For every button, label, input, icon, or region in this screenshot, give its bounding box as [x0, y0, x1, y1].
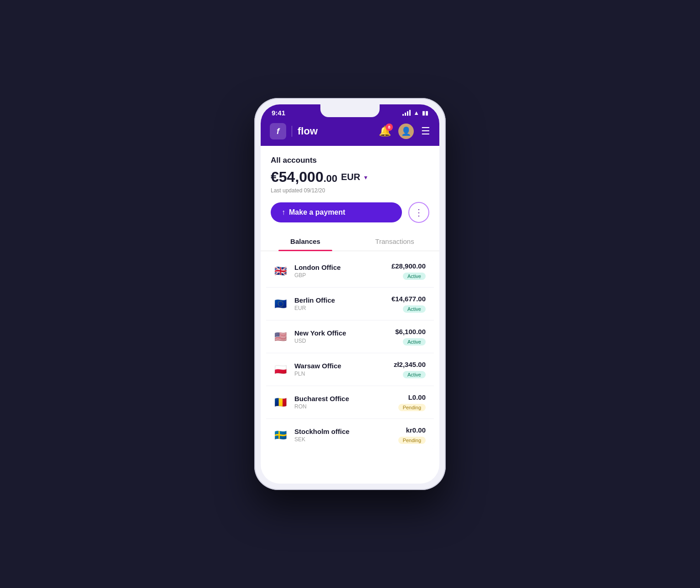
phone-notch	[320, 104, 380, 117]
logo-letter: f	[277, 127, 279, 136]
avatar-image: 👤	[401, 126, 411, 136]
account-currency-stockholm: SEK	[294, 436, 398, 443]
status-badge-newyork: Active	[403, 338, 426, 346]
tabs: Balances Transactions	[261, 232, 439, 251]
dots-icon: ⋮	[414, 207, 423, 218]
signal-icon	[402, 110, 411, 116]
app-logo: f	[270, 123, 286, 139]
account-currency-warsaw: PLN	[294, 371, 394, 377]
flag-pl: 🇵🇱	[274, 365, 289, 375]
header-divider	[292, 126, 292, 137]
account-name-newyork: New York Office	[294, 329, 395, 337]
account-right-bucharest: L0.00 Pending	[398, 393, 426, 411]
arrow-up-icon: ↑	[282, 208, 285, 217]
status-badge-london: Active	[403, 273, 426, 280]
account-balance-newyork: $6,100.00	[395, 328, 426, 335]
flag-ro: 🇷🇴	[274, 397, 289, 407]
account-currency-newyork: USD	[294, 338, 395, 344]
status-icons: ▲ ▮▮	[402, 109, 428, 116]
notification-button[interactable]: 🔔 8	[379, 125, 391, 137]
account-info-warsaw: Warsaw Office PLN	[294, 362, 394, 377]
account-section: All accounts €54,000.00 EUR ▾ Last updat…	[261, 146, 439, 223]
status-badge-berlin: Active	[403, 305, 426, 313]
make-payment-button[interactable]: ↑ Make a payment	[271, 202, 402, 222]
actions-row: ↑ Make a payment ⋮	[271, 202, 429, 223]
account-name-stockholm: Stockholm office	[294, 428, 398, 435]
status-badge-bucharest: Pending	[398, 404, 426, 411]
account-balance-berlin: €14,677.00	[391, 295, 426, 303]
main-content: All accounts €54,000.00 EUR ▾ Last updat…	[261, 146, 439, 484]
account-currency-london: GBP	[294, 272, 391, 279]
flag-uk: 🇬🇧	[274, 266, 289, 276]
currency-dropdown[interactable]: ▾	[364, 174, 367, 181]
account-name-bucharest: Bucharest Office	[294, 395, 398, 402]
balance-row: €54,000.00 EUR ▾	[271, 169, 429, 186]
balance-amount: €54,000.00	[271, 169, 337, 186]
phone-frame: 9:41 ▲ ▮▮ f flow 🔔 8	[254, 98, 446, 490]
phone-screen: 9:41 ▲ ▮▮ f flow 🔔 8	[261, 104, 439, 484]
flag-us: 🇺🇸	[274, 332, 289, 342]
wifi-icon: ▲	[413, 109, 419, 116]
account-info-newyork: New York Office USD	[294, 329, 395, 344]
account-balance-stockholm: kr0.00	[398, 426, 426, 434]
account-right-london: £28,900.00 Active	[391, 262, 426, 280]
account-item-bucharest[interactable]: 🇷🇴 Bucharest Office RON L0.00 Pending	[266, 386, 434, 419]
account-right-stockholm: kr0.00 Pending	[398, 426, 426, 444]
account-item-stockholm[interactable]: 🇸🇪 Stockholm office SEK kr0.00 Pending	[266, 419, 434, 451]
account-balance-bucharest: L0.00	[398, 393, 426, 401]
account-info-london: London Office GBP	[294, 263, 391, 279]
account-right-warsaw: zł2,345.00 Active	[394, 361, 426, 378]
account-name-warsaw: Warsaw Office	[294, 362, 394, 370]
account-currency-berlin: EUR	[294, 305, 391, 311]
account-item-london[interactable]: 🇬🇧 London Office GBP £28,900.00 Active	[266, 255, 434, 288]
tab-transactions[interactable]: Transactions	[350, 232, 439, 251]
menu-icon[interactable]: ☰	[421, 125, 430, 137]
account-name-berlin: Berlin Office	[294, 296, 391, 304]
account-item-berlin[interactable]: 🇪🇺 Berlin Office EUR €14,677.00 Active	[266, 288, 434, 320]
accounts-list: 🇬🇧 London Office GBP £28,900.00 Active 🇪…	[266, 255, 434, 451]
last-updated: Last updated 09/12/20	[271, 187, 429, 194]
more-options-button[interactable]: ⋮	[408, 202, 429, 223]
account-info-bucharest: Bucharest Office RON	[294, 395, 398, 410]
notification-badge: 8	[386, 124, 393, 131]
account-info-berlin: Berlin Office EUR	[294, 296, 391, 311]
flag-se: 🇸🇪	[274, 430, 289, 440]
status-time: 9:41	[272, 109, 285, 117]
tab-balances[interactable]: Balances	[261, 232, 350, 251]
account-item-newyork[interactable]: 🇺🇸 New York Office USD $6,100.00 Active	[266, 320, 434, 353]
account-right-newyork: $6,100.00 Active	[395, 328, 426, 346]
balance-currency: EUR	[341, 172, 360, 182]
status-badge-stockholm: Pending	[398, 437, 426, 444]
account-currency-bucharest: RON	[294, 403, 398, 410]
app-name: flow	[298, 125, 373, 137]
battery-icon: ▮▮	[422, 110, 428, 116]
all-accounts-title: All accounts	[271, 156, 429, 165]
account-right-berlin: €14,677.00 Active	[391, 295, 426, 313]
account-info-stockholm: Stockholm office SEK	[294, 428, 398, 443]
make-payment-label: Make a payment	[289, 208, 345, 217]
app-header: f flow 🔔 8 👤 ☰	[261, 119, 439, 146]
flag-eu: 🇪🇺	[274, 299, 289, 309]
account-name-london: London Office	[294, 263, 391, 271]
account-item-warsaw[interactable]: 🇵🇱 Warsaw Office PLN zł2,345.00 Active	[266, 353, 434, 386]
status-badge-warsaw: Active	[403, 371, 426, 378]
account-balance-warsaw: zł2,345.00	[394, 361, 426, 368]
avatar[interactable]: 👤	[398, 124, 414, 139]
header-icons: 🔔 8 👤 ☰	[379, 124, 430, 139]
account-balance-london: £28,900.00	[391, 262, 426, 270]
